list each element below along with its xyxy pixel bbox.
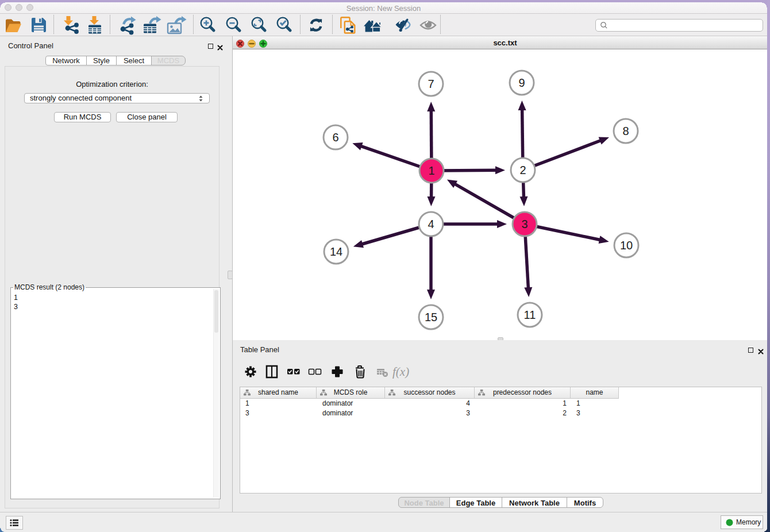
svg-text:8: 8	[622, 125, 629, 137]
svg-text:2: 2	[519, 164, 526, 176]
svg-text:14: 14	[330, 245, 342, 258]
svg-text:15: 15	[425, 311, 437, 323]
svg-text:3: 3	[521, 218, 528, 230]
svg-text:4: 4	[428, 218, 434, 230]
svg-text:10: 10	[620, 239, 633, 252]
svg-text:9: 9	[518, 76, 525, 89]
svg-text:1: 1	[428, 164, 434, 177]
svg-text:f(x): f(x)	[392, 365, 409, 379]
svg-text:7: 7	[428, 78, 434, 90]
svg-text:6: 6	[332, 131, 338, 144]
svg-text:11: 11	[524, 309, 536, 321]
